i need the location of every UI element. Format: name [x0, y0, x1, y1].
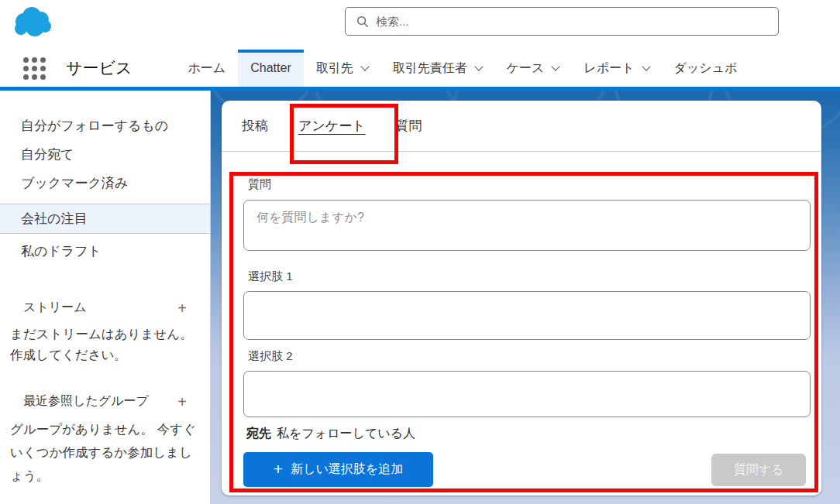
salesforce-chatter-page: サービス ホーム Chatter 取引先 取引先責任者 ケース レポート	[0, 0, 840, 504]
chevron-down-icon	[642, 62, 650, 70]
publisher-tab-post[interactable]: 投稿	[242, 117, 268, 135]
groups-title: 最近参照したグループ	[23, 393, 149, 410]
salesforce-logo-icon	[11, 5, 54, 40]
sidebar-item-company-highlights[interactable]: 会社の注目	[0, 204, 210, 234]
sidebar-item-to-me[interactable]: 自分宛て	[0, 140, 210, 169]
chevron-down-icon	[360, 62, 369, 70]
nav-tab-cases[interactable]: ケース	[494, 50, 572, 87]
search-icon	[356, 15, 369, 28]
groups-section-header: 最近参照したグループ +	[23, 393, 187, 410]
global-search	[345, 7, 779, 36]
streams-empty-text: まだストリームはありません。 作成してください。	[10, 324, 196, 365]
search-input[interactable]	[376, 15, 770, 28]
groups-empty-text: グループがありません。 今すぐいくつか作成するか参加しましょう。	[10, 417, 196, 487]
chatter-sidebar: 自分がフォローするもの 自分宛て ブックマーク済み 会社の注目 私のドラフト ス…	[0, 91, 211, 504]
add-stream-button[interactable]: +	[177, 300, 187, 316]
nav-tab-dashboards[interactable]: ダッシュボ	[662, 50, 750, 87]
app-name: サービス	[66, 57, 132, 79]
publisher-tab-question[interactable]: 質問	[396, 117, 422, 135]
nav-tab-reports[interactable]: レポート	[571, 50, 661, 87]
sidebar-item-what-i-follow[interactable]: 自分がフォローするもの	[0, 111, 210, 140]
nav-tab-contacts[interactable]: 取引先責任者	[380, 50, 494, 87]
chevron-down-icon	[552, 62, 560, 70]
nav-tabs: ホーム Chatter 取引先 取引先責任者 ケース レポート	[175, 50, 749, 87]
streams-title: ストリーム	[23, 300, 87, 316]
sidebar-item-my-drafts[interactable]: 私のドラフト	[0, 237, 210, 266]
chevron-down-icon	[474, 62, 483, 70]
add-group-button[interactable]: +	[177, 394, 187, 410]
app-launcher-icon[interactable]	[23, 57, 46, 80]
chatter-main-area: 投稿 アンケート 質問 質問 選択肢 1 選択肢 2 宛先私をフォローしている人…	[211, 91, 840, 504]
sidebar-item-bookmarked[interactable]: ブックマーク済み	[0, 169, 210, 197]
annotation-box-poll-tab	[290, 104, 398, 164]
nav-tab-accounts[interactable]: 取引先	[304, 50, 380, 87]
global-header	[0, 0, 840, 50]
nav-tab-chatter[interactable]: Chatter	[238, 50, 303, 87]
nav-tab-home[interactable]: ホーム	[175, 50, 238, 87]
annotation-box-poll-form	[229, 172, 818, 492]
streams-section-header: ストリーム +	[23, 300, 187, 316]
app-navigation-bar: サービス ホーム Chatter 取引先 取引先責任者 ケース レポート	[0, 50, 840, 87]
